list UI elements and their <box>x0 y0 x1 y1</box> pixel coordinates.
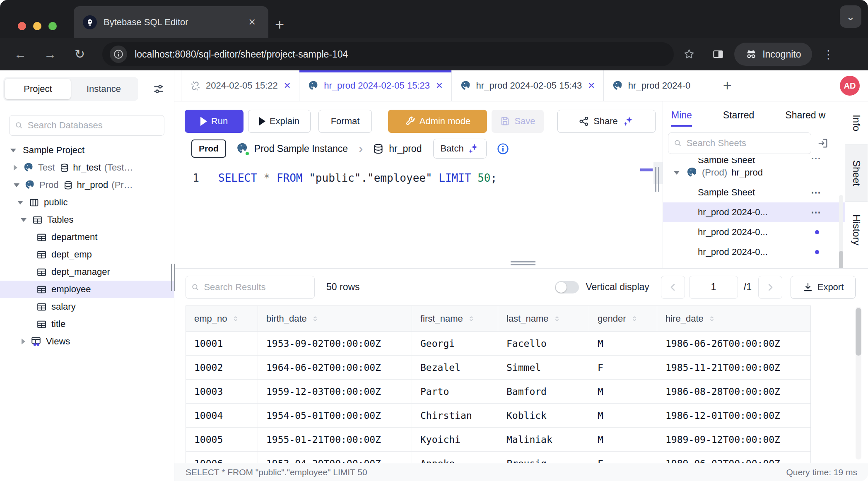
cell[interactable]: 1959-12-03T00:00:00Z <box>258 380 412 403</box>
tree-item-table-title[interactable]: title <box>0 315 174 333</box>
address-bar[interactable]: localhost:8080/sql-editor/sheet/project-… <box>102 42 674 66</box>
run-button[interactable]: Run <box>185 110 244 133</box>
results-scrollbar-thumb[interactable] <box>856 308 861 356</box>
tab-starred[interactable]: Starred <box>723 110 754 121</box>
cell[interactable]: 10006 <box>186 452 258 463</box>
sheet-menu-icon[interactable]: ⋯ <box>811 187 822 198</box>
cell[interactable]: 1986-06-26T00:00:00Z <box>657 332 810 355</box>
tab-mine[interactable]: Mine <box>671 110 692 121</box>
sheet-menu-icon[interactable]: ⋯ <box>811 207 822 218</box>
caret-down-icon[interactable] <box>17 201 23 204</box>
sheet-group-hr-prod[interactable]: (Prod) hr_prod <box>663 163 845 183</box>
vertical-display-toggle[interactable] <box>555 281 579 293</box>
column-header-hire-date[interactable]: hire_date <box>657 306 810 331</box>
table-row[interactable]: 10001 1953-09-02T00:00:00Z Georgi Facell… <box>186 332 810 356</box>
tree-item-table-department[interactable]: department <box>0 228 174 246</box>
cell[interactable]: Georgi <box>412 332 498 355</box>
caret-down-icon[interactable] <box>21 218 27 222</box>
admin-mode-button[interactable]: Admin mode <box>388 110 487 133</box>
tree-item-table-dept-manager[interactable]: dept_manager <box>0 263 174 281</box>
sheet-item-unsaved-2[interactable]: hr_prod 2024-0... <box>663 242 845 262</box>
cell[interactable]: Bezalel <box>412 356 498 379</box>
new-tab-button[interactable]: + <box>275 17 284 32</box>
instance-name[interactable]: Prod Sample Instance <box>254 143 348 154</box>
tab-info[interactable]: Info <box>845 101 868 145</box>
close-worksheet-icon[interactable]: ✕ <box>588 81 595 91</box>
worksheet-tab-4[interactable]: hr_prod 2024-0 <box>604 70 717 101</box>
close-worksheet-icon[interactable]: ✕ <box>436 81 443 91</box>
search-sheets-input[interactable] <box>687 138 806 149</box>
editor-panel-resize-handle[interactable] <box>655 167 659 192</box>
sort-icon[interactable] <box>467 315 475 323</box>
sort-icon[interactable] <box>630 315 639 323</box>
caret-down-icon[interactable] <box>14 183 19 187</box>
cell[interactable]: 1954-05-01T00:00:00Z <box>258 404 412 427</box>
cell[interactable]: M <box>589 380 657 403</box>
cell[interactable]: 1985-11-21T00:00:00Z <box>657 356 810 379</box>
explain-button[interactable]: Explain <box>248 110 311 133</box>
results-resize-handle[interactable] <box>511 261 535 267</box>
search-results-input[interactable] <box>204 282 309 293</box>
column-header-gender[interactable]: gender <box>589 306 657 331</box>
cell[interactable]: Maliniak <box>498 428 589 451</box>
sort-icon[interactable] <box>311 315 319 323</box>
forward-button[interactable]: → <box>44 48 56 60</box>
sidebar-resize-handle[interactable] <box>171 264 175 291</box>
cell[interactable]: 10001 <box>186 332 258 355</box>
minimize-window-button[interactable] <box>33 22 41 30</box>
tree-item-hr-prod[interactable]: Prod hr_prod (Pr… <box>0 176 174 194</box>
database-search[interactable] <box>9 115 164 136</box>
cell[interactable]: 1953-04-20T00:00:00Z <box>258 452 412 463</box>
cell[interactable]: Preusig <box>498 452 589 463</box>
table-row[interactable]: 10002 1964-06-02T00:00:00Z Bezalel Simme… <box>186 356 810 380</box>
worksheet-tab-2-active[interactable]: hr_prod 2024-02-05 15:23 ✕ <box>299 70 451 101</box>
batch-button[interactable]: Batch <box>433 139 486 159</box>
tab-search-button[interactable]: ⌄ <box>840 5 861 28</box>
sheet-item-unsaved[interactable]: hr_prod 2024-0... <box>663 222 845 242</box>
caret-right-icon[interactable] <box>14 165 17 171</box>
cell[interactable]: Anneke <box>412 452 498 463</box>
format-button[interactable]: Format <box>318 110 372 133</box>
sort-icon[interactable] <box>231 315 240 323</box>
cell[interactable]: Kyoichi <box>412 428 498 451</box>
cell[interactable]: F <box>589 452 657 463</box>
cell[interactable]: M <box>589 332 657 355</box>
results-search[interactable] <box>186 276 315 299</box>
caret-right-icon[interactable] <box>22 339 25 344</box>
minimap-slider[interactable] <box>640 168 653 171</box>
sort-icon[interactable] <box>553 315 561 323</box>
table-row[interactable]: 10003 1959-12-03T00:00:00Z Parto Bamford… <box>186 380 810 404</box>
sheet-item-selected[interactable]: hr_prod 2024-0... ⋯ <box>663 202 845 222</box>
cell[interactable]: 1986-08-28T00:00:00Z <box>657 380 810 403</box>
close-window-button[interactable] <box>18 22 26 30</box>
import-sheet-icon[interactable] <box>817 137 829 149</box>
cell[interactable]: Parto <box>412 380 498 403</box>
tab-shared[interactable]: Shared w <box>785 110 825 121</box>
cell[interactable]: 1964-06-02T00:00:00Z <box>258 356 412 379</box>
table-row[interactable]: 10005 1955-01-21T00:00:00Z Kyoichi Malin… <box>186 428 810 452</box>
cell[interactable]: M <box>589 428 657 451</box>
tree-item-schema-public[interactable]: public <box>0 194 174 211</box>
tab-instance[interactable]: Instance <box>71 79 137 99</box>
side-panel-icon[interactable] <box>712 48 724 60</box>
caret-down-icon[interactable] <box>10 149 16 152</box>
new-worksheet-button[interactable]: + <box>723 70 732 101</box>
worksheet-tab-1[interactable]: 2024-02-05 15:22 ✕ <box>181 70 299 101</box>
sheet-search[interactable] <box>668 132 811 154</box>
sheet-item-sample[interactable]: Sample Sheet ⋯ <box>663 183 845 202</box>
tree-item-table-employee[interactable]: employee <box>0 281 174 298</box>
share-button[interactable]: Share <box>557 110 656 133</box>
cell[interactable]: Koblick <box>498 404 589 427</box>
cell[interactable]: 1955-01-21T00:00:00Z <box>258 428 412 451</box>
cell[interactable]: Simmel <box>498 356 589 379</box>
cell[interactable]: M <box>589 404 657 427</box>
cell[interactable]: Facello <box>498 332 589 355</box>
cell[interactable]: 10003 <box>186 380 258 403</box>
next-page-button[interactable] <box>758 276 782 299</box>
database-name[interactable]: hr_prod <box>389 143 422 154</box>
cell[interactable]: Bamford <box>498 380 589 403</box>
cell[interactable]: 10005 <box>186 428 258 451</box>
column-header-birth-date[interactable]: birth_date <box>258 306 412 331</box>
tab-history[interactable]: History <box>845 202 868 258</box>
filter-settings-icon[interactable] <box>152 83 165 95</box>
